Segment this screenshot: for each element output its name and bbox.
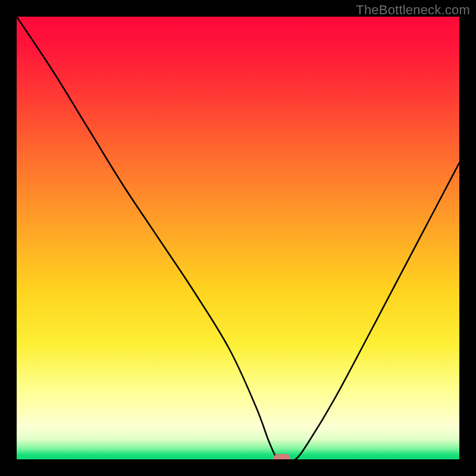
attribution-text: TheBottleneck.com <box>356 2 470 18</box>
bottleneck-curve <box>17 17 459 459</box>
plot-area <box>17 17 459 459</box>
chart-frame: TheBottleneck.com <box>0 0 476 476</box>
optimal-point-marker <box>274 454 290 459</box>
